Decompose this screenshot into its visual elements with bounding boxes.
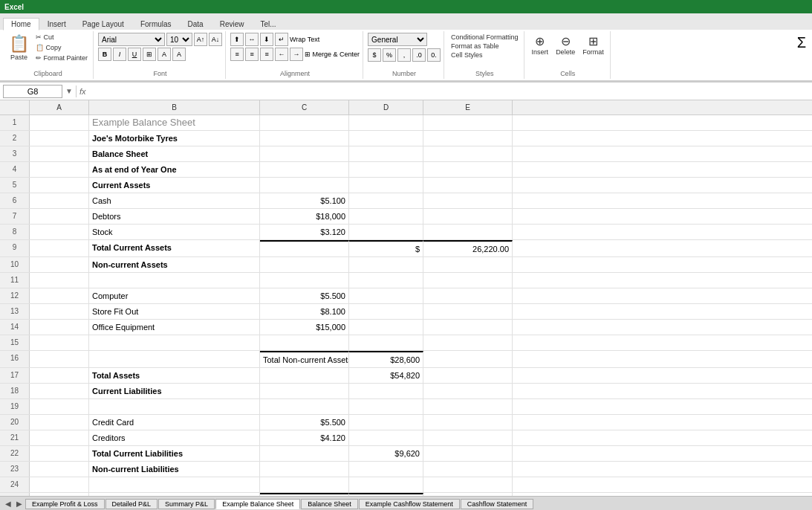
- cell-c[interactable]: [260, 162, 349, 177]
- cell-a[interactable]: [30, 288, 89, 303]
- cell-e[interactable]: [423, 225, 513, 239]
- align-top-button[interactable]: ⬆: [230, 33, 244, 46]
- bold-button[interactable]: B: [98, 48, 111, 61]
- cell-c[interactable]: Total Non-current Liabilities: [260, 493, 349, 496]
- cell-a[interactable]: [30, 146, 89, 161]
- cell-d[interactable]: $: [349, 240, 423, 256]
- align-right-button[interactable]: ≡: [260, 48, 273, 61]
- sheet-tab-cashflow-statement[interactable]: Cashflow Statement: [461, 499, 534, 509]
- sigma-button[interactable]: Σ: [794, 31, 809, 54]
- cell-c[interactable]: [260, 335, 349, 350]
- cell-d[interactable]: [349, 335, 423, 350]
- fill-color-button[interactable]: A: [157, 48, 171, 61]
- cell-d[interactable]: [349, 415, 423, 430]
- col-header-e[interactable]: E: [423, 100, 513, 114]
- cell-e[interactable]: [423, 178, 513, 193]
- cell-b[interactable]: Joe's Motorbike Tyres: [89, 131, 260, 146]
- cell-c[interactable]: $4.120: [260, 430, 349, 445]
- cell-c[interactable]: $5.100: [260, 193, 349, 208]
- tab-home[interactable]: Home: [3, 18, 39, 30]
- cell-d[interactable]: [349, 193, 423, 208]
- tab-page-layout[interactable]: Page Layout: [74, 18, 132, 30]
- percent-button[interactable]: %: [383, 48, 396, 62]
- cell-a[interactable]: [30, 131, 89, 146]
- cell-a[interactable]: [30, 115, 89, 130]
- align-left-button[interactable]: ≡: [230, 48, 244, 61]
- cell-c[interactable]: [260, 257, 349, 272]
- cell-a[interactable]: [30, 225, 89, 239]
- cell-c[interactable]: $18,000: [260, 209, 349, 224]
- cell-d[interactable]: [349, 384, 423, 398]
- cell-a[interactable]: [30, 415, 89, 430]
- cell-b[interactable]: Total Current Assets: [89, 240, 260, 256]
- cell-c[interactable]: $8.100: [260, 304, 349, 319]
- comma-button[interactable]: ,: [397, 48, 411, 62]
- cell-b[interactable]: Current Liabilities: [89, 384, 260, 398]
- cell-b[interactable]: Non-current Assets: [89, 257, 260, 272]
- cell-b[interactable]: Current Assets: [89, 178, 260, 193]
- cell-d[interactable]: [349, 493, 423, 496]
- cell-a[interactable]: [30, 193, 89, 208]
- align-center-button[interactable]: ≡: [245, 48, 259, 61]
- tab-formulas[interactable]: Formulas: [132, 18, 180, 30]
- cell-d[interactable]: [349, 162, 423, 177]
- cell-b[interactable]: [89, 273, 260, 288]
- cell-b[interactable]: Store Fit Out: [89, 304, 260, 319]
- cell-d[interactable]: [349, 477, 423, 492]
- formula-input[interactable]: [88, 85, 809, 98]
- formula-dropdown-arrow[interactable]: ▼: [65, 87, 73, 95]
- cell-c[interactable]: [260, 399, 349, 414]
- cell-d[interactable]: [349, 320, 423, 335]
- cell-d[interactable]: [349, 257, 423, 272]
- cell-d[interactable]: [349, 146, 423, 161]
- cell-b[interactable]: Example Balance Sheet: [89, 115, 260, 130]
- sheet-tab-cashflow[interactable]: Example Cashflow Statement: [359, 499, 460, 509]
- cell-c[interactable]: [260, 384, 349, 398]
- cell-e[interactable]: [423, 399, 513, 414]
- cell-d[interactable]: [349, 430, 423, 445]
- cell-c[interactable]: $5.500: [260, 288, 349, 303]
- cell-a[interactable]: [30, 257, 89, 272]
- sheet-tab-balance-sheet[interactable]: Example Balance Sheet: [215, 499, 300, 509]
- underline-button[interactable]: U: [128, 48, 141, 61]
- cell-e[interactable]: [423, 320, 513, 335]
- cell-a[interactable]: [30, 240, 89, 256]
- cell-a[interactable]: [30, 368, 89, 383]
- cell-d[interactable]: [349, 462, 423, 477]
- cell-d[interactable]: [349, 399, 423, 414]
- wrap-text-button[interactable]: ↵: [275, 33, 288, 46]
- cell-c[interactable]: [260, 477, 349, 492]
- cell-e[interactable]: [423, 131, 513, 146]
- sheet-tab-summary-pl[interactable]: Summary P&L: [158, 499, 215, 509]
- decrease-decimal-button[interactable]: 0.: [427, 48, 441, 62]
- format-painter-button[interactable]: ✏ Format Painter: [33, 54, 90, 62]
- cell-d[interactable]: [349, 304, 423, 319]
- font-color-button[interactable]: A: [172, 48, 186, 61]
- align-bottom-button[interactable]: ⬇: [260, 33, 273, 46]
- col-header-a[interactable]: A: [30, 100, 89, 114]
- cell-c[interactable]: [260, 462, 349, 477]
- cell-d[interactable]: [349, 273, 423, 288]
- border-button[interactable]: ⊞: [143, 48, 156, 61]
- format-button[interactable]: ⊞ Format: [579, 33, 607, 57]
- cell-c[interactable]: [260, 368, 349, 383]
- sheet-tab-detailed-pl[interactable]: Detailed P&L: [105, 499, 158, 509]
- cell-a[interactable]: [30, 162, 89, 177]
- indent-decrease-button[interactable]: ←: [275, 48, 288, 61]
- cell-a[interactable]: [30, 430, 89, 445]
- cell-e[interactable]: [423, 193, 513, 208]
- cell-e[interactable]: [423, 162, 513, 177]
- cell-a[interactable]: [30, 493, 89, 496]
- cell-a[interactable]: [30, 462, 89, 477]
- cell-c[interactable]: $5.500: [260, 415, 349, 430]
- cell-e[interactable]: [423, 209, 513, 224]
- cell-e[interactable]: [423, 351, 513, 367]
- decrease-font-button[interactable]: A↓: [209, 33, 222, 46]
- cell-e[interactable]: [423, 493, 513, 496]
- cell-d[interactable]: [349, 288, 423, 303]
- cell-d[interactable]: [349, 131, 423, 146]
- insert-button[interactable]: ⊕ Insert: [529, 33, 552, 57]
- tab-insert[interactable]: Insert: [39, 18, 74, 30]
- cell-a[interactable]: [30, 209, 89, 224]
- cell-c[interactable]: [260, 131, 349, 146]
